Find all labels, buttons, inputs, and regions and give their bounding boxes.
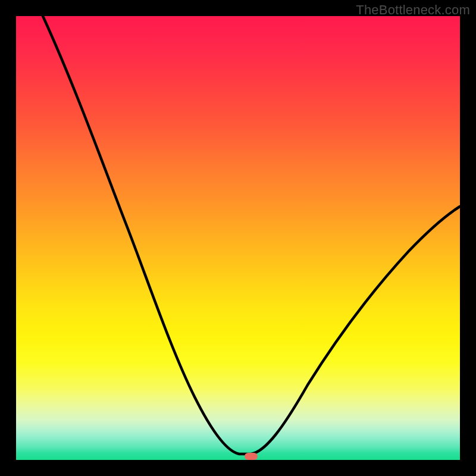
chart-stage: TheBottleneck.com <box>0 0 476 476</box>
watermark-text: TheBottleneck.com <box>356 2 470 18</box>
optimal-marker <box>245 453 258 460</box>
bottleneck-curve <box>16 16 460 460</box>
curve-path <box>43 16 460 454</box>
plot-area <box>16 16 460 460</box>
